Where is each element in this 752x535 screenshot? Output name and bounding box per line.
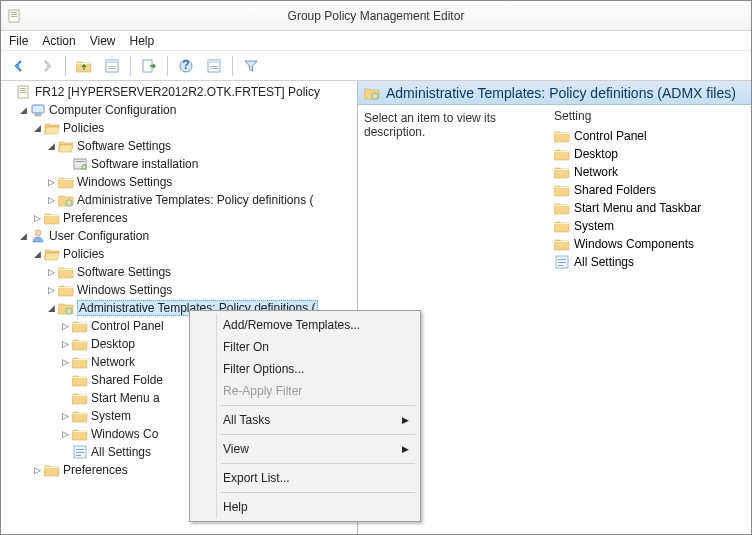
details-title: Administrative Templates: Policy definit… <box>386 85 736 101</box>
expand-icon[interactable]: ▷ <box>45 266 57 278</box>
ctx-export-list[interactable]: Export List... <box>193 467 417 489</box>
toolbar-separator <box>232 56 233 76</box>
expand-icon[interactable]: ▷ <box>31 212 43 224</box>
column-header-setting[interactable]: Setting <box>554 109 745 127</box>
expand-icon[interactable] <box>59 158 71 170</box>
expand-icon[interactable]: ▷ <box>59 338 71 350</box>
collapse-icon[interactable]: ◢ <box>45 140 57 152</box>
expand-icon[interactable]: ▷ <box>45 284 57 296</box>
folder-icon <box>72 318 88 334</box>
collapse-icon[interactable]: ◢ <box>31 122 43 134</box>
expand-icon[interactable]: ▷ <box>31 464 43 476</box>
expand-icon[interactable]: ▷ <box>59 410 71 422</box>
list-label: Shared Folders <box>574 183 656 197</box>
tree-uc-windows-settings[interactable]: ▷Windows Settings <box>1 281 357 299</box>
ctx-filter-options[interactable]: Filter Options... <box>193 358 417 380</box>
back-button[interactable] <box>7 54 31 78</box>
tree-label: All Settings <box>91 445 151 459</box>
filter-button[interactable] <box>239 54 263 78</box>
menu-help[interactable]: Help <box>130 34 155 48</box>
up-button[interactable] <box>72 54 96 78</box>
tree-label: System <box>91 409 131 423</box>
ctx-view[interactable]: View▶ <box>193 438 417 460</box>
expand-icon[interactable] <box>59 392 71 404</box>
props-button[interactable] <box>202 54 226 78</box>
menubar: File Action View Help <box>1 31 751 51</box>
folder-icon <box>44 462 60 478</box>
list-label: Desktop <box>574 147 618 161</box>
tree-cc-admin-templates[interactable]: ▷Administrative Templates: Policy defini… <box>1 191 357 209</box>
ctx-filter-on[interactable]: Filter On <box>193 336 417 358</box>
context-menu: Add/Remove Templates... Filter On Filter… <box>189 310 421 522</box>
ctx-label: View <box>223 442 249 456</box>
folder-icon <box>554 146 570 162</box>
tree-label: Preferences <box>63 211 128 225</box>
list-item[interactable]: All Settings <box>554 253 745 271</box>
ctx-add-remove-templates[interactable]: Add/Remove Templates... <box>193 314 417 336</box>
expand-icon[interactable]: ▷ <box>45 176 57 188</box>
tree-uc-policies[interactable]: ◢Policies <box>1 245 357 263</box>
tree-label: Policies <box>63 121 104 135</box>
collapse-icon[interactable]: ◢ <box>31 248 43 260</box>
ctx-all-tasks[interactable]: All Tasks▶ <box>193 409 417 431</box>
tree-cc-software-settings[interactable]: ◢Software Settings <box>1 137 357 155</box>
ctx-separator <box>221 463 415 464</box>
settings-icon <box>554 254 570 270</box>
list-item[interactable]: Shared Folders <box>554 181 745 199</box>
ctx-reapply-filter: Re-Apply Filter <box>193 380 417 402</box>
ctx-label: All Tasks <box>223 413 270 427</box>
tree-computer-config[interactable]: ◢Computer Configuration <box>1 101 357 119</box>
forward-button[interactable] <box>35 54 59 78</box>
list-item[interactable]: Windows Components <box>554 235 745 253</box>
collapse-icon[interactable]: ◢ <box>45 302 57 314</box>
list-label: Start Menu and Taskbar <box>574 201 701 215</box>
expand-icon[interactable]: ▷ <box>59 428 71 440</box>
folder-icon <box>554 236 570 252</box>
tree-cc-preferences[interactable]: ▷Preferences <box>1 209 357 227</box>
package-icon <box>72 156 88 172</box>
ctx-help[interactable]: Help <box>193 496 417 518</box>
expand-icon[interactable] <box>59 374 71 386</box>
menu-file[interactable]: File <box>9 34 28 48</box>
expand-icon[interactable] <box>59 446 71 458</box>
tree-root[interactable]: FR12 [HYPERSERVER2012R2.OTK.FRTEST] Poli… <box>1 83 357 101</box>
tree-label: Control Panel <box>91 319 164 333</box>
expand-icon[interactable]: ▷ <box>59 320 71 332</box>
toolbar-separator <box>65 56 66 76</box>
tree-user-config[interactable]: ◢User Configuration <box>1 227 357 245</box>
menu-action[interactable]: Action <box>42 34 75 48</box>
tree-cc-policies[interactable]: ◢Policies <box>1 119 357 137</box>
computer-icon <box>30 102 46 118</box>
folder-open-icon <box>58 300 74 316</box>
show-hide-tree-button[interactable] <box>100 54 124 78</box>
collapse-icon[interactable]: ◢ <box>17 104 29 116</box>
titlebar: Group Policy Management Editor <box>1 1 751 31</box>
settings-icon <box>72 444 88 460</box>
list-item[interactable]: System <box>554 217 745 235</box>
list-label: All Settings <box>574 255 634 269</box>
expand-icon[interactable] <box>3 86 15 98</box>
expand-icon[interactable]: ▷ <box>45 194 57 206</box>
tree-label: Software installation <box>91 157 198 171</box>
tree-label: Windows Settings <box>77 283 172 297</box>
folder-open-icon <box>44 120 60 136</box>
help-button[interactable] <box>174 54 198 78</box>
collapse-icon[interactable]: ◢ <box>17 230 29 242</box>
tree-label: Software Settings <box>77 139 171 153</box>
list-item[interactable]: Start Menu and Taskbar <box>554 199 745 217</box>
export-button[interactable] <box>137 54 161 78</box>
folder-icon <box>58 264 74 280</box>
folder-icon <box>58 192 74 208</box>
tree-label: Windows Co <box>91 427 158 441</box>
tree-uc-software-settings[interactable]: ▷Software Settings <box>1 263 357 281</box>
list-item[interactable]: Network <box>554 163 745 181</box>
list-item[interactable]: Control Panel <box>554 127 745 145</box>
tree-label: Policies <box>63 247 104 261</box>
expand-icon[interactable]: ▷ <box>59 356 71 368</box>
toolbar-separator <box>167 56 168 76</box>
menu-view[interactable]: View <box>90 34 116 48</box>
list-item[interactable]: Desktop <box>554 145 745 163</box>
details-list: Setting Control Panel Desktop Network Sh… <box>554 109 745 530</box>
tree-cc-windows-settings[interactable]: ▷Windows Settings <box>1 173 357 191</box>
tree-cc-software-install[interactable]: Software installation <box>1 155 357 173</box>
